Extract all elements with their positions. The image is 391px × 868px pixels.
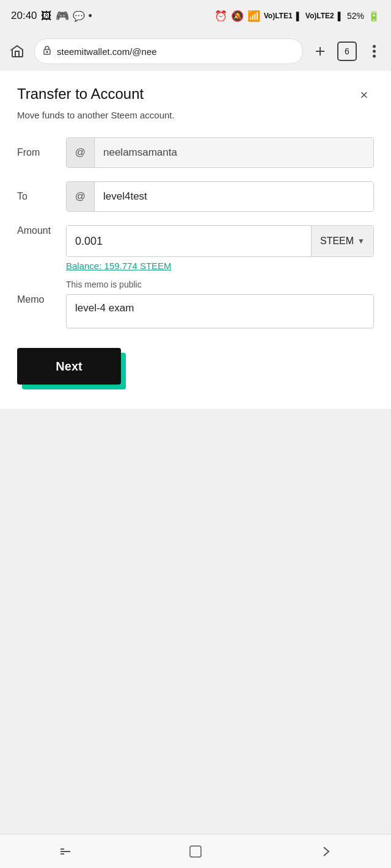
dialog-title: Transfer to Account xyxy=(17,85,144,103)
status-bar: 20:40 🖼 🎮 💬 • ⏰ 🔕 📶 Vo)LTE1 ▌ Vo)LTE2 ▌ … xyxy=(0,0,391,32)
mute-icon: 🔕 xyxy=(231,10,244,23)
memo-input[interactable] xyxy=(66,294,374,328)
menu-button[interactable] xyxy=(363,40,385,62)
memo-section: This memo is public Memo xyxy=(17,280,374,328)
battery-text: 52% xyxy=(347,11,364,21)
transfer-dialog: Transfer to Account × Move funds to anot… xyxy=(0,71,391,409)
dot-icon: • xyxy=(89,10,92,23)
currency-label: STEEM xyxy=(320,236,354,247)
dropdown-arrow-icon: ▼ xyxy=(357,237,365,245)
signal1-icon: ▌ xyxy=(296,12,302,21)
from-at-symbol: @ xyxy=(67,138,95,167)
to-at-symbol: @ xyxy=(67,182,95,211)
amount-row: Amount STEEM ▼ xyxy=(17,225,374,257)
browser-chrome: steemitwallet.com/@nee 6 xyxy=(0,32,391,71)
bottom-nav xyxy=(0,834,391,868)
lte1-label: Vo)LTE1 xyxy=(264,12,293,20)
to-row: To @ xyxy=(17,181,374,212)
lte2-label: Vo)LTE2 xyxy=(305,12,334,20)
wifi-icon: 📶 xyxy=(247,10,260,23)
from-input[interactable] xyxy=(95,138,373,167)
svg-point-4 xyxy=(373,45,376,48)
url-text: steemitwallet.com/@nee xyxy=(57,46,157,57)
status-time: 20:40 xyxy=(11,10,37,22)
svg-point-6 xyxy=(373,55,376,58)
forward-nav-button[interactable] xyxy=(307,838,344,865)
svg-point-1 xyxy=(46,51,48,52)
home-button[interactable] xyxy=(6,40,28,62)
status-time-area: 20:40 🖼 🎮 💬 • xyxy=(11,9,92,23)
currency-dropdown[interactable]: STEEM ▼ xyxy=(311,226,373,256)
to-input-group: @ xyxy=(66,181,374,212)
memo-notice: This memo is public xyxy=(66,280,374,289)
tab-count-button[interactable]: 6 xyxy=(337,42,357,61)
to-input[interactable] xyxy=(95,182,373,211)
memo-label: Memo xyxy=(17,294,66,305)
amount-input[interactable] xyxy=(67,226,311,256)
home-nav-button[interactable] xyxy=(177,838,214,865)
svg-rect-10 xyxy=(190,846,201,857)
memo-row: Memo xyxy=(17,294,374,328)
next-button[interactable]: Next xyxy=(17,348,121,385)
from-label: From xyxy=(17,147,66,158)
battery-icon: 🔋 xyxy=(368,10,380,22)
from-row: From @ xyxy=(17,137,374,168)
discord-icon: 💬 xyxy=(73,10,85,22)
dialog-header: Transfer to Account × xyxy=(17,85,374,105)
add-tab-button[interactable] xyxy=(309,40,331,62)
game-icon: 🎮 xyxy=(56,9,69,23)
svg-point-5 xyxy=(373,50,376,53)
alarm-icon: ⏰ xyxy=(214,10,227,23)
next-button-wrapper: Next xyxy=(17,348,121,385)
status-right-area: ⏰ 🔕 📶 Vo)LTE1 ▌ Vo)LTE2 ▌ 52% 🔋 xyxy=(214,10,380,23)
balance-display[interactable]: Balance: 159.774 STEEM xyxy=(66,261,374,271)
address-bar[interactable]: steemitwallet.com/@nee xyxy=(34,38,303,64)
back-nav-button[interactable] xyxy=(47,838,84,865)
amount-label: Amount xyxy=(17,225,66,236)
close-button[interactable]: × xyxy=(354,85,374,105)
amount-input-group: STEEM ▼ xyxy=(66,225,374,257)
photo-icon: 🖼 xyxy=(41,10,52,23)
secure-icon xyxy=(42,45,52,57)
signal2-icon: ▌ xyxy=(338,12,343,21)
from-input-group: @ xyxy=(66,137,374,168)
dialog-subtitle: Move funds to another Steem account. xyxy=(17,110,374,120)
to-label: To xyxy=(17,191,66,202)
